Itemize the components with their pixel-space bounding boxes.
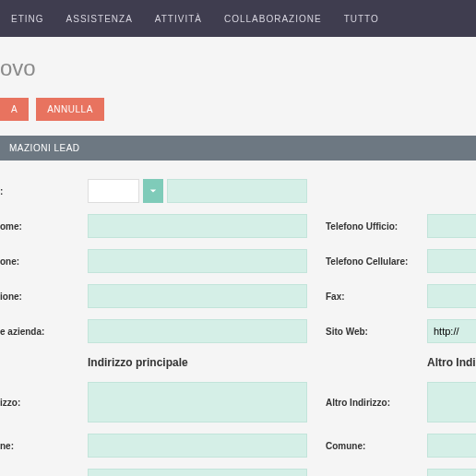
tel-ufficio-input[interactable] [427, 214, 476, 238]
section-header: MAZIONI LEAD [0, 136, 476, 161]
label-azienda: e azienda: [0, 327, 88, 337]
cognome-input[interactable] [88, 214, 307, 238]
altro-comune-input[interactable] [427, 434, 476, 458]
indirizzo-input[interactable] [88, 382, 307, 422]
title-prefix-input[interactable] [88, 179, 139, 203]
label-tel-ufficio: Telefono Ufficio: [326, 221, 427, 232]
label-altro-indirizzo: Altro Indirizzo: [326, 398, 427, 408]
subheader-indirizzo-principale: Indirizzo principale [88, 356, 307, 369]
label-posizione: ione: [0, 292, 88, 302]
nome-input[interactable] [167, 179, 307, 203]
page-title: ovo [0, 55, 476, 81]
label-tel-cellulare: Telefono Cellulare: [326, 256, 427, 267]
fax-input[interactable] [427, 284, 476, 308]
altro-indirizzo-input[interactable] [427, 382, 476, 422]
label-indirizzo: izzo: [0, 398, 88, 408]
sito-input[interactable] [427, 319, 476, 343]
subheader-altro-indirizzo: Altro Indirizzo [427, 356, 476, 369]
posizione-input[interactable] [88, 284, 307, 308]
nav-assistenza[interactable]: ASSISTENZA [55, 14, 144, 24]
top-nav: ETING ASSISTENZA ATTIVITÀ COLLABORAZIONE… [0, 0, 476, 37]
nav-collaborazione[interactable]: COLLABORAZIONE [213, 14, 333, 24]
label-mansione: one: [0, 256, 88, 267]
comune-input[interactable] [88, 434, 307, 458]
nav-marketing[interactable]: ETING [0, 14, 55, 24]
nav-attivita[interactable]: ATTIVITÀ [144, 14, 213, 24]
chevron-down-icon [149, 187, 157, 195]
label-comune: ne: [0, 441, 88, 451]
tel-cellulare-input[interactable] [427, 249, 476, 273]
altro-provincia-input[interactable] [427, 469, 476, 476]
label-cognome: ome: [0, 221, 88, 232]
title-dropdown-button[interactable] [143, 179, 163, 203]
cancel-button[interactable]: ANNULLA [36, 98, 104, 121]
label-fax: Fax: [326, 292, 427, 302]
azienda-input[interactable] [88, 319, 307, 343]
label-nome: : [0, 186, 88, 196]
mansione-input[interactable] [88, 249, 307, 273]
save-button[interactable]: A [0, 98, 29, 121]
label-sito: Sito Web: [326, 327, 427, 337]
label-altro-comune: Comune: [326, 441, 427, 451]
nav-tutto[interactable]: TUTTO [333, 14, 390, 24]
provincia-input[interactable] [88, 469, 307, 476]
